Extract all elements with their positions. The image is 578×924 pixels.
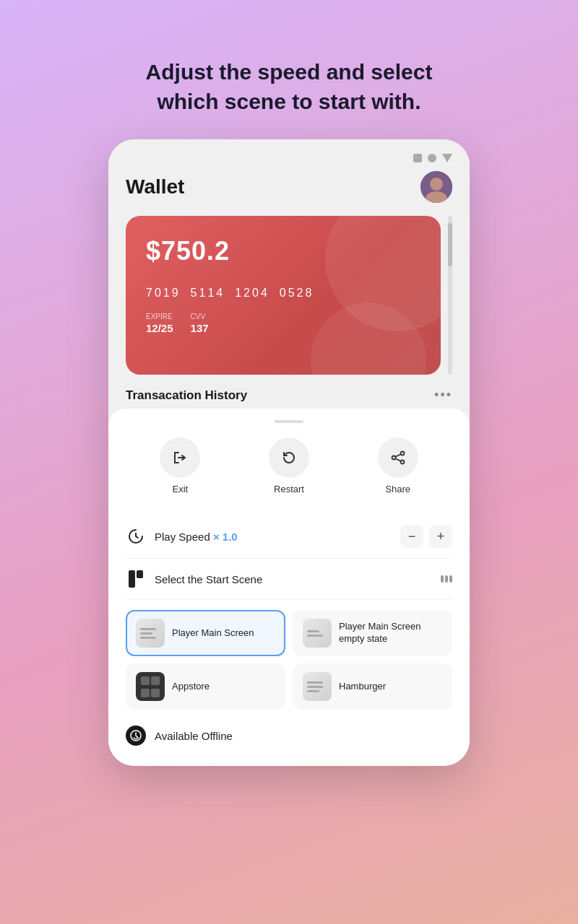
offline-row: Available Offline	[126, 723, 452, 749]
status-bar	[126, 154, 452, 162]
wallet-header: Wallet	[126, 171, 452, 203]
phone-frame: Wallet $750.2 7019 5114 1204 0528	[108, 139, 470, 766]
status-square-icon	[413, 154, 422, 162]
share-icon-circle	[378, 437, 418, 478]
svg-point-5	[392, 456, 395, 460]
speed-decrease-button[interactable]: −	[400, 525, 423, 548]
card-details: EXPIRE 12/25 CVV 137	[146, 313, 420, 335]
offline-icon	[126, 725, 146, 746]
scene-item-appstore[interactable]: Appstore	[126, 663, 285, 710]
svg-rect-9	[129, 570, 135, 588]
svg-point-1	[430, 178, 443, 191]
svg-point-4	[400, 452, 404, 456]
scene-item-hamburger[interactable]: Hamburger	[293, 663, 452, 710]
cvv-group: CVV 137	[191, 313, 209, 335]
speed-value: × 1.0	[213, 531, 238, 543]
exit-icon-circle	[160, 437, 200, 478]
scene-item-player-empty[interactable]: Player Main Screen empty state	[293, 610, 452, 656]
restart-label: Restart	[274, 484, 304, 494]
svg-point-6	[400, 461, 404, 464]
select-scene-label: Select the Start Scene	[155, 573, 262, 585]
exit-button[interactable]: Exit	[160, 437, 200, 494]
svg-rect-10	[137, 570, 143, 578]
share-label: Share	[385, 484, 410, 494]
transaction-header: Transacation History •••	[126, 375, 452, 409]
share-button[interactable]: Share	[378, 437, 418, 494]
wallet-title: Wallet	[126, 175, 184, 199]
credit-card: $750.2 7019 5114 1204 0528 EXPIRE 12/25 …	[126, 216, 441, 375]
scene-thumb-player-main	[136, 619, 165, 648]
restart-button[interactable]: Restart	[269, 437, 309, 494]
bottom-sheet: Exit Restart	[108, 409, 470, 766]
play-speed-row: Play Speed × 1.0 − +	[126, 515, 452, 559]
scene-thumb-appstore	[136, 672, 165, 701]
scene-grid: Player Main Screen Player Main Screen em…	[126, 610, 452, 710]
restart-icon-circle	[269, 437, 309, 478]
scene-label-player-empty: Player Main Screen empty state	[339, 621, 442, 645]
action-buttons: Exit Restart	[126, 437, 452, 494]
scene-label-appstore: Appstore	[172, 681, 210, 693]
exit-label: Exit	[172, 484, 188, 494]
transaction-title: Transacation History	[126, 388, 247, 403]
headline: Adjust the speed and select which scene …	[146, 58, 433, 116]
scene-icon	[126, 569, 146, 589]
scene-label-hamburger: Hamburger	[339, 681, 386, 693]
speed-increase-button[interactable]: +	[429, 525, 452, 548]
play-speed-label: Play Speed × 1.0	[155, 531, 238, 543]
scene-thumb-player-empty	[303, 619, 332, 648]
svg-line-8	[395, 458, 400, 461]
select-scene-row: Select the Start Scene	[126, 559, 452, 600]
status-circle-icon	[428, 154, 436, 162]
expire-group: EXPIRE 12/25	[146, 313, 173, 335]
scrollbar	[448, 216, 452, 375]
scene-thumb-hamburger	[303, 672, 332, 701]
play-speed-icon	[126, 526, 146, 546]
card-wrapper: $750.2 7019 5114 1204 0528 EXPIRE 12/25 …	[126, 216, 452, 375]
dots-menu-icon[interactable]: •••	[434, 388, 452, 403]
app-screen: Wallet $750.2 7019 5114 1204 0528	[108, 139, 470, 409]
card-balance: $750.2	[146, 236, 420, 266]
avatar	[420, 171, 452, 203]
grid-view-icon	[441, 575, 452, 583]
sheet-handle	[275, 420, 303, 423]
card-number: 7019 5114 1204 0528	[146, 287, 420, 300]
scene-item-player-main[interactable]: Player Main Screen	[126, 610, 285, 656]
svg-line-7	[395, 454, 400, 457]
status-triangle-icon	[442, 154, 452, 162]
scrollbar-thumb	[448, 223, 452, 266]
scene-label-player-main: Player Main Screen	[172, 627, 254, 640]
offline-label: Available Offline	[155, 730, 233, 742]
